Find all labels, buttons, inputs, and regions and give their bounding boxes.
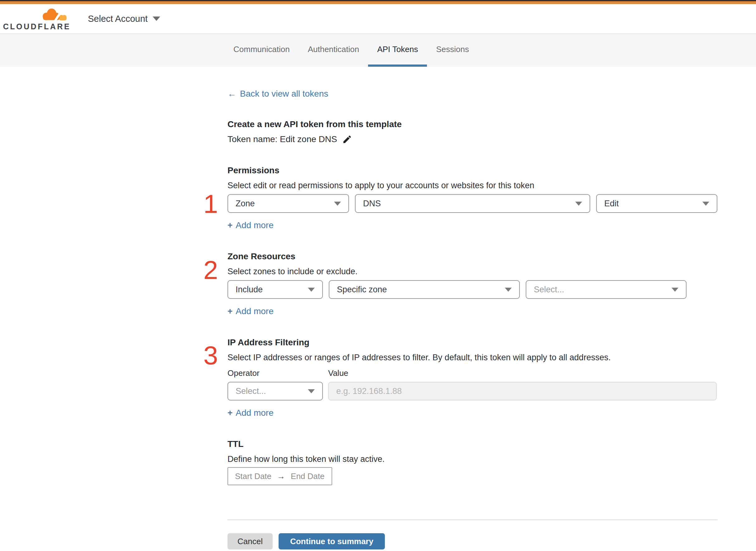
back-link-label: Back to view all tokens xyxy=(240,88,328,100)
ip-filtering-description: Select IP addresses or ranges of IP addr… xyxy=(227,351,718,364)
tab-label: API Tokens xyxy=(377,45,418,54)
select-placeholder: Select... xyxy=(235,387,266,396)
select-value: Include xyxy=(235,285,263,295)
end-date-placeholder: End Date xyxy=(291,472,324,481)
add-more-zones-button[interactable]: + Add more xyxy=(227,305,273,318)
token-name-row: Token name: Edit zone DNS xyxy=(227,133,718,145)
plus-icon: + xyxy=(227,305,232,318)
cancel-button[interactable]: Cancel xyxy=(227,533,273,549)
tab-group: Communication Authentication API Tokens … xyxy=(224,34,478,67)
add-more-label: Add more xyxy=(235,219,273,231)
chevron-down-icon xyxy=(308,288,315,292)
add-more-label: Add more xyxy=(235,407,273,419)
add-more-ip-button[interactable]: + Add more xyxy=(227,407,273,419)
step-annotation-2: 2 xyxy=(199,257,222,283)
tab-bar: Communication Authentication API Tokens … xyxy=(0,34,756,67)
select-value: Zone xyxy=(235,199,255,208)
continue-to-summary-button[interactable]: Continue to summary xyxy=(278,533,385,549)
tab-communication[interactable]: Communication xyxy=(224,34,299,67)
value-label: Value xyxy=(328,368,348,379)
create-token-title: Create a new API token from this templat… xyxy=(227,118,718,131)
ip-operator-select[interactable]: Select... xyxy=(227,382,323,401)
tab-sessions[interactable]: Sessions xyxy=(427,34,478,67)
zone-resources-row: Include Specific zone Select... xyxy=(227,280,718,299)
permission-level-select[interactable]: Edit xyxy=(596,194,717,213)
cloudflare-wordmark: CLOUDFLARE xyxy=(3,22,71,31)
ttl-date-range-picker[interactable]: Start Date → End Date xyxy=(227,467,332,485)
chevron-down-icon xyxy=(505,288,512,292)
ip-filtering-title: IP Address Filtering xyxy=(227,336,718,349)
plus-icon: + xyxy=(227,219,232,231)
tab-api-tokens[interactable]: API Tokens xyxy=(368,34,427,67)
start-date-placeholder: Start Date xyxy=(235,472,271,481)
select-value: Specific zone xyxy=(337,285,387,295)
ttl-title: TTL xyxy=(227,438,718,450)
ip-filtering-row: Select... xyxy=(227,382,718,401)
step-annotation-1: 1 xyxy=(199,191,222,217)
ttl-description: Define how long this token will stay act… xyxy=(227,453,718,465)
select-value: Edit xyxy=(604,199,619,208)
back-to-tokens-link[interactable]: ← Back to view all tokens xyxy=(227,88,328,100)
select-value: DNS xyxy=(363,199,381,208)
header: CLOUDFLARE Select Account xyxy=(0,4,756,34)
zone-resources-description: Select zones to include or exclude. xyxy=(227,265,718,278)
chevron-down-icon xyxy=(575,202,582,206)
arrow-right-icon: → xyxy=(277,472,285,481)
chevron-down-icon xyxy=(672,288,678,292)
tab-label: Sessions xyxy=(436,45,469,54)
footer-divider xyxy=(227,520,718,520)
back-arrow-icon: ← xyxy=(227,88,236,100)
ip-field-labels: Operator Value xyxy=(227,368,718,379)
chevron-down-icon xyxy=(702,202,709,206)
zone-scope-select[interactable]: Specific zone xyxy=(329,280,520,299)
select-placeholder: Select... xyxy=(534,285,564,295)
plus-icon: + xyxy=(227,407,232,419)
permissions-title: Permissions xyxy=(227,164,718,177)
ip-value-input[interactable] xyxy=(328,382,717,401)
permission-resource-select[interactable]: DNS xyxy=(355,194,590,213)
add-more-label: Add more xyxy=(235,305,273,318)
add-more-permissions-button[interactable]: + Add more xyxy=(227,219,273,231)
cloudflare-cloud-icon xyxy=(38,7,69,22)
cloudflare-logo: CLOUDFLARE xyxy=(10,7,71,31)
operator-label: Operator xyxy=(227,368,328,379)
permission-scope-select[interactable]: Zone xyxy=(227,194,349,213)
tab-label: Authentication xyxy=(308,45,359,54)
chevron-down-icon xyxy=(308,389,315,393)
tab-authentication[interactable]: Authentication xyxy=(299,34,368,67)
zone-resources-title: Zone Resources xyxy=(227,250,718,263)
edit-pencil-icon[interactable] xyxy=(342,134,352,144)
chevron-down-icon xyxy=(334,202,341,206)
permissions-row: Zone DNS Edit xyxy=(227,194,718,213)
top-accent-bar xyxy=(0,1,756,4)
permissions-description: Select edit or read permissions to apply… xyxy=(227,179,718,192)
footer-actions: Cancel Continue to summary xyxy=(227,533,718,549)
token-name-text: Token name: Edit zone DNS xyxy=(227,133,337,145)
tab-label: Communication xyxy=(233,45,290,54)
zone-value-select[interactable]: Select... xyxy=(526,280,687,299)
account-selector[interactable]: Select Account xyxy=(88,14,160,24)
zone-include-select[interactable]: Include xyxy=(227,280,323,299)
main-content: 1 2 3 ← Back to view all tokens Create a… xyxy=(0,67,756,549)
step-annotation-3: 3 xyxy=(199,342,222,368)
chevron-down-icon xyxy=(153,17,160,21)
account-selector-label: Select Account xyxy=(88,14,148,24)
